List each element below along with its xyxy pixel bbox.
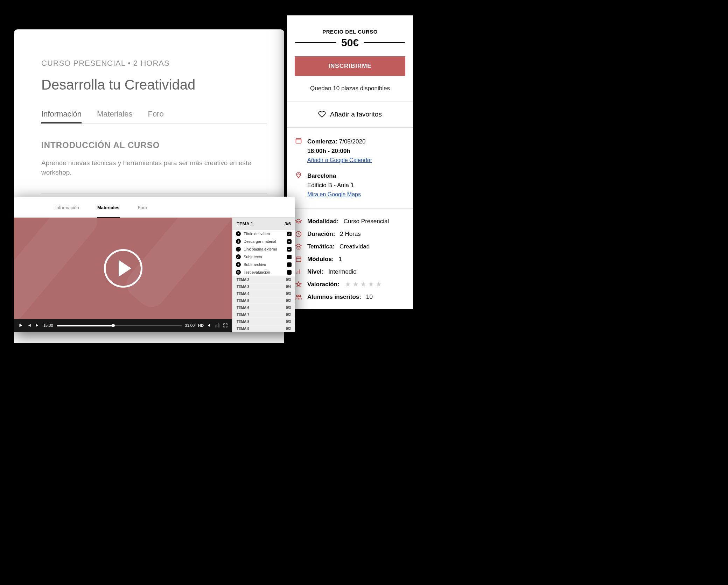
start-date: 7/05/2020 <box>339 138 366 145</box>
video-controls: 15:30 31:00 HD <box>14 319 232 332</box>
fullscreen-icon[interactable] <box>223 323 228 328</box>
tema-name: TEMA 6 <box>237 306 249 310</box>
svg-rect-3 <box>296 257 301 261</box>
hd-badge[interactable]: HD <box>198 323 204 327</box>
next-icon[interactable] <box>35 323 40 328</box>
lesson-checkbox[interactable] <box>287 247 292 252</box>
lesson-label: Subir texto <box>244 255 284 259</box>
tema-name: TEMA 7 <box>237 313 249 317</box>
tema-row[interactable]: TEMA 9 0/2 <box>232 325 295 332</box>
lesson-checkbox[interactable] <box>287 255 292 259</box>
svg-point-4 <box>296 295 298 297</box>
price-line-right <box>364 42 405 43</box>
tema-name: TEMA 4 <box>237 292 249 296</box>
tema-count: 0/3 <box>286 278 291 282</box>
lesson-type-icon <box>236 231 241 236</box>
tema-name: TEMA 8 <box>237 320 249 324</box>
svg-rect-0 <box>296 139 301 143</box>
lesson-type-icon <box>236 262 241 267</box>
lesson-item[interactable]: Subir texto <box>232 253 295 261</box>
seats-available: Quedan 10 plazas disponibles <box>295 85 405 92</box>
intro-heading: INTRODUCCIÓN AL CURSO <box>41 140 267 150</box>
play-button[interactable] <box>104 249 142 288</box>
svg-text:?: ? <box>238 272 239 273</box>
heart-icon <box>318 111 326 118</box>
detail-rating: Valoración: <box>295 281 405 288</box>
enroll-button[interactable]: INSCRIBIRME <box>295 56 405 76</box>
star-icon <box>295 281 302 288</box>
tema-row[interactable]: TEMA 2 0/3 <box>232 276 295 283</box>
mtab-informacion[interactable]: Información <box>55 205 79 213</box>
lesson-checkbox[interactable] <box>287 232 292 236</box>
divider <box>287 101 413 101</box>
rating-stars <box>344 281 382 288</box>
price-row: 50€ <box>295 37 405 49</box>
divider <box>41 193 267 193</box>
tema-count: 0/3 <box>286 306 291 310</box>
detail-modules: Módulos: 1 <box>295 255 405 263</box>
lesson-item[interactable]: Link página externa <box>232 245 295 253</box>
divider <box>287 208 413 209</box>
lesson-label: Subir archivo <box>244 262 284 267</box>
lesson-checkbox[interactable] <box>287 239 292 244</box>
progress-bar[interactable] <box>57 325 182 326</box>
lesson-checkbox[interactable] <box>287 262 292 267</box>
mtab-materiales[interactable]: Materiales <box>97 205 120 218</box>
tema-row[interactable]: TEMA 6 0/3 <box>232 304 295 311</box>
tema-count: 0/2 <box>286 327 291 331</box>
lesson-item[interactable]: Subir archivo <box>232 261 295 268</box>
volume-bars[interactable] <box>216 323 219 327</box>
lesson-type-icon <box>236 239 241 244</box>
tema-sidebar: TEMA 1 3/6 Título del vídeo Descargar ma… <box>232 218 295 332</box>
add-favorite-button[interactable]: Añadir a favoritos <box>295 111 405 118</box>
address: Edificio B - Aula 1 <box>307 181 361 190</box>
tema-count: 0/2 <box>286 313 291 317</box>
mtab-foro[interactable]: Foro <box>138 205 147 213</box>
google-calendar-link[interactable]: Añadir a Google Calendar <box>307 156 372 165</box>
modules-icon <box>295 255 302 263</box>
location-icon <box>295 171 302 179</box>
detail-duration: Duración: 2 Horas <box>295 230 405 238</box>
lesson-type-icon <box>236 254 241 259</box>
tab-materiales[interactable]: Materiales <box>97 110 132 123</box>
starts-label: Comienza: <box>307 138 337 145</box>
volume-icon[interactable] <box>207 323 212 328</box>
tema-header[interactable]: TEMA 1 3/6 <box>232 218 295 230</box>
intro-text: Aprende nuevas técnicas y herramientas p… <box>41 158 267 177</box>
favorite-label: Añadir a favoritos <box>330 111 382 118</box>
lesson-type-icon <box>236 247 241 252</box>
tema-row[interactable]: TEMA 8 0/3 <box>232 318 295 325</box>
tema-row[interactable]: TEMA 7 0/2 <box>232 311 295 318</box>
lesson-type-icon: ? <box>236 270 241 275</box>
tab-informacion[interactable]: Información <box>41 110 82 124</box>
lesson-item[interactable]: Título del vídeo <box>232 230 295 238</box>
tema-name: TEMA 3 <box>237 285 249 289</box>
detail-mode: Modalidad: Curso Presencial <box>295 218 405 225</box>
tema-row[interactable]: TEMA 4 0/3 <box>232 290 295 297</box>
tema-count: 0/4 <box>286 285 291 289</box>
play-icon[interactable] <box>18 323 23 328</box>
lesson-label: Link página externa <box>244 247 284 251</box>
google-maps-link[interactable]: Mira en Google Maps <box>307 190 361 199</box>
tema-row[interactable]: TEMA 3 0/4 <box>232 283 295 290</box>
detail-topic: Temática: Creatividad <box>295 243 405 251</box>
lesson-checkbox[interactable] <box>287 270 292 275</box>
users-icon <box>295 293 302 301</box>
lesson-item[interactable]: ? Test evaluación <box>232 268 295 276</box>
lesson-label: Título del vídeo <box>244 232 284 236</box>
layers-icon <box>295 243 302 251</box>
schedule-block: Comienza: 7/05/2020 18:00h - 20:00h Añad… <box>295 137 405 165</box>
price-label: PRECIO DEL CURSO <box>295 29 405 35</box>
lesson-item[interactable]: Descargar material <box>232 238 295 245</box>
prev-icon[interactable] <box>27 323 31 328</box>
lesson-label: Test evaluación <box>244 270 284 274</box>
course-title: Desarrolla tu Creatividad <box>41 77 267 93</box>
video-viewport[interactable] <box>14 218 232 319</box>
tema-row[interactable]: TEMA 5 0/2 <box>232 297 295 304</box>
svg-point-5 <box>299 295 301 297</box>
tema-count: 0/2 <box>286 299 291 303</box>
tema-count: 0/3 <box>286 320 291 324</box>
detail-level: Nivel: Intermedio <box>295 268 405 276</box>
tab-foro[interactable]: Foro <box>148 110 163 123</box>
time-total: 31:00 <box>185 323 195 327</box>
